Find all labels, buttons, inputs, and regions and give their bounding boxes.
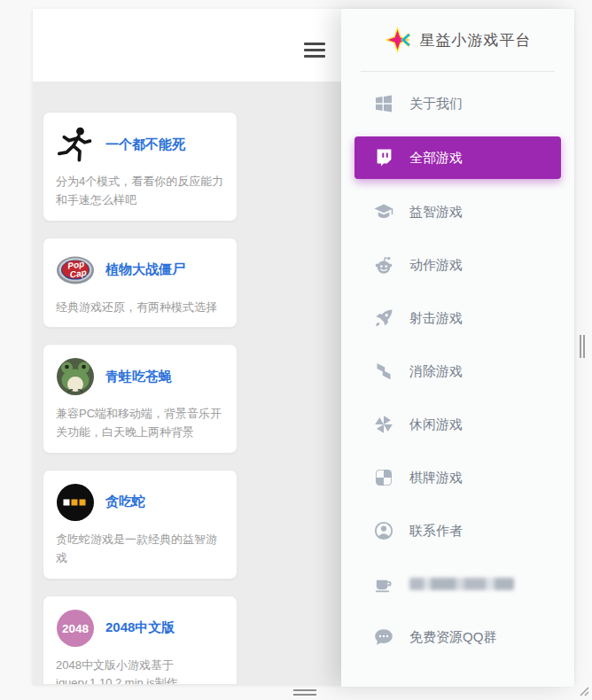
snake-icon xyxy=(56,483,95,522)
game-card[interactable]: 青蛙吃苍蝇 兼容PC端和移动端，背景音乐开关功能，白天晚上两种背景 xyxy=(43,344,238,454)
sidebar-item-match[interactable]: 消除游戏 xyxy=(341,345,574,398)
game-description: 2048中文版小游戏基于jquery.1.10.2.min.js制作 xyxy=(56,657,224,684)
twitch-icon xyxy=(373,147,394,168)
sidebar-item-label: 联系作者 xyxy=(409,523,463,540)
sidebar-item-qq-group[interactable]: 免费资源QQ群 xyxy=(341,611,574,664)
windows-icon xyxy=(373,93,394,114)
sidebar-item-board[interactable]: 棋牌游戏 xyxy=(341,451,574,504)
pinwheel-icon xyxy=(373,414,394,435)
hamburger-menu-icon[interactable] xyxy=(304,43,325,58)
game-title-link[interactable]: 一个都不能死 xyxy=(105,136,185,153)
sidebar-item-label: 射击游戏 xyxy=(409,310,463,327)
comment-dots-icon xyxy=(373,626,394,648)
game-title-link[interactable]: 贪吃蛇 xyxy=(105,494,145,510)
vertical-scrollbar-handle[interactable] xyxy=(580,335,585,358)
game-card[interactable]: 贪吃蛇 贪吃蛇游戏是一款经典的益智游戏 xyxy=(43,470,238,579)
coffee-cup-icon xyxy=(373,573,394,595)
sidebar-item-contact-author[interactable]: 联系作者 xyxy=(341,504,574,557)
sidebar-item-casual[interactable]: 休闲游戏 xyxy=(341,398,574,451)
svg-text:2048: 2048 xyxy=(62,622,90,635)
sidebar-item-redacted[interactable] xyxy=(341,557,574,611)
rocket-icon xyxy=(373,307,394,329)
bottom-drag-handle[interactable] xyxy=(293,689,316,698)
houzz-icon xyxy=(373,361,394,382)
sidebar-item-label: 全部游戏 xyxy=(409,150,463,167)
popcap-logo-icon: Pop Cap xyxy=(56,251,95,290)
sidebar-item-all-games[interactable]: 全部游戏 xyxy=(354,136,561,179)
game-description: 贪吃蛇游戏是一款经典的益智游戏 xyxy=(56,531,224,568)
game-description: 兼容PC端和移动端，背景音乐开关功能，白天晚上两种背景 xyxy=(56,405,224,442)
sidebar-menu: 关于我们 全部游戏 益智游戏 xyxy=(341,72,574,664)
sidebar-item-action[interactable]: 动作游戏 xyxy=(341,238,574,292)
star-logo-icon xyxy=(385,27,411,53)
platform-title: 星益小游戏平台 xyxy=(420,30,532,51)
resize-grip-icon[interactable] xyxy=(577,684,589,696)
sidebar-item-label-blurred xyxy=(409,578,514,590)
sidebar-item-label: 免费资源QQ群 xyxy=(409,629,496,646)
game-card[interactable]: Pop Cap 植物大战僵尸 经典游戏还原，有两种模式选择 xyxy=(43,237,238,329)
sidebar-item-shooting[interactable]: 射击游戏 xyxy=(341,292,574,345)
game-description: 经典游戏还原，有两种模式选择 xyxy=(56,299,224,317)
2048-badge-icon: 2048 xyxy=(56,609,95,648)
game-description: 分为4个模式，看看你的反应能力和手速怎么样吧 xyxy=(56,173,224,210)
game-card[interactable]: 一个都不能死 分为4个模式，看看你的反应能力和手速怎么样吧 xyxy=(43,112,238,222)
checkerboard-icon xyxy=(373,467,394,488)
game-title-link[interactable]: 植物大战僵尸 xyxy=(105,261,185,278)
sidebar-drawer: 星益小游戏平台 关于我们 全部游戏 xyxy=(341,9,574,687)
sidebar-item-label: 消除游戏 xyxy=(409,363,463,380)
frog-icon xyxy=(56,357,95,396)
running-man-icon xyxy=(56,125,95,164)
sidebar-item-label: 动作游戏 xyxy=(409,257,463,274)
graduation-cap-icon xyxy=(373,201,394,222)
sidebar-item-puzzle[interactable]: 益智游戏 xyxy=(341,185,574,238)
sidebar-item-label: 益智游戏 xyxy=(409,204,463,221)
reddit-icon xyxy=(373,254,394,276)
game-title-link[interactable]: 2048中文版 xyxy=(105,619,175,636)
sidebar-item-about[interactable]: 关于我们 xyxy=(341,77,574,130)
sidebar-item-label: 休闲游戏 xyxy=(409,416,463,433)
game-title-link[interactable]: 青蛙吃苍蝇 xyxy=(105,369,172,385)
sidebar-item-label: 关于我们 xyxy=(409,96,463,113)
platform-logo: 星益小游戏平台 xyxy=(341,9,574,71)
sidebar-item-label: 棋牌游戏 xyxy=(409,470,463,486)
game-card[interactable]: 2048 2048中文版 2048中文版小游戏基于jquery.1.10.2.m… xyxy=(43,595,238,684)
user-circle-icon xyxy=(373,520,394,541)
